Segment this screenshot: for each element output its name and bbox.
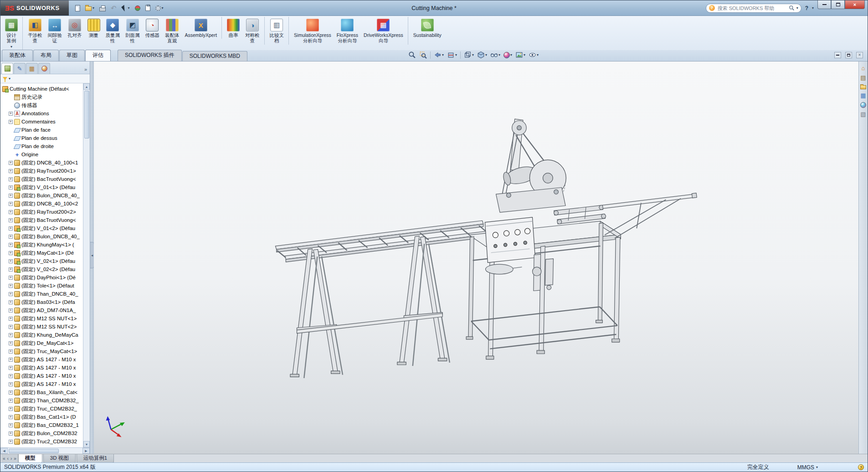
tree-item[interactable]: + (固定) AS 1427 - M10 x <box>0 364 82 372</box>
expand-toggle[interactable]: + <box>9 185 13 190</box>
print-button[interactable] <box>98 4 107 12</box>
tree-item[interactable]: + Commentaires <box>0 118 82 126</box>
expand-toggle[interactable]: + <box>9 333 13 337</box>
expand-toggle[interactable]: + <box>9 243 13 247</box>
tree-item[interactable]: + (固定) KhungMay<1> ( <box>0 241 82 249</box>
solidworks-resources-icon[interactable]: ⌂ <box>862 65 865 72</box>
custom-properties-icon[interactable]: ▧ <box>860 111 866 118</box>
display-style-button[interactable]: ▾ <box>476 51 488 59</box>
tab-propertymanager[interactable]: ✎ <box>14 63 26 74</box>
expand-toggle[interactable]: + <box>9 161 13 165</box>
doc-restore-button[interactable] <box>845 52 852 58</box>
close-button[interactable]: × <box>845 0 865 9</box>
expand-toggle[interactable]: + <box>9 169 13 173</box>
tree-item[interactable]: + (固定) M12 SS NUT<2> <box>0 323 82 331</box>
tree-item[interactable]: + (固定) Bas_Cat1<1> (D <box>0 413 82 421</box>
tree-item[interactable]: Origine <box>0 150 82 159</box>
tree-item[interactable]: + (固定) Than_CDM2B32_ <box>0 396 82 405</box>
previous-view-button[interactable]: ▾ <box>433 51 445 59</box>
expand-toggle[interactable]: + <box>9 374 13 378</box>
command-tab[interactable]: 草图 <box>59 50 85 61</box>
expand-toggle[interactable]: + <box>9 349 13 354</box>
expand-toggle[interactable]: + <box>9 284 13 288</box>
expand-toggle[interactable]: + <box>9 300 13 304</box>
apply-scene-button[interactable]: ▾ <box>514 51 526 59</box>
section-view-button[interactable]: ▾ <box>446 51 458 59</box>
new-document-button[interactable] <box>74 4 81 12</box>
tree-item[interactable]: + (固定) V_02<1> (Défau <box>0 257 82 265</box>
tree-item[interactable]: + (固定) AS 1427 - M10 x <box>0 355 82 364</box>
ribbon-button[interactable]: 传感器 ▾ <box>143 17 163 39</box>
ribbon-button[interactable]: 曲率 ▾ <box>224 17 242 39</box>
open-button[interactable]: ▾ <box>84 4 95 12</box>
tree-item[interactable]: Plan de face <box>0 126 82 134</box>
view-orientation-button[interactable]: ▾ <box>463 51 475 59</box>
tree-root-item[interactable]: Cutting Machine (Défaut< <box>0 85 82 93</box>
tree-item[interactable]: + (固定) BacTruotVuong< <box>0 216 82 224</box>
tree-item[interactable]: + (固定) Truc2_CDM2B32 <box>0 437 82 446</box>
search-box[interactable]: ? ▾ <box>706 4 801 13</box>
tree-item[interactable]: Plan de droite <box>0 142 82 150</box>
cutting-machine-model[interactable] <box>94 62 858 454</box>
edit-appearance-button[interactable]: ▾ <box>503 51 513 59</box>
tree-item[interactable]: + (固定) Bas_Xilanh_Cat< <box>0 388 82 396</box>
scroll-down-button[interactable]: ▼ <box>83 441 90 447</box>
ribbon-button[interactable]: 干涉检 查 ▾ <box>25 17 45 45</box>
tree-item[interactable]: + (固定) DNCB_40_100<2 <box>0 200 82 208</box>
undo-button[interactable]: ↶ <box>110 4 118 12</box>
graphics-area[interactable] <box>94 62 858 454</box>
tree-item[interactable]: + (固定) Truc_CDM2B32_ <box>0 405 82 413</box>
expand-toggle[interactable]: + <box>9 259 13 263</box>
ribbon-button[interactable]: DriveWorksXpress 向导 ▾ <box>361 17 408 45</box>
tree-item[interactable]: + (固定) AS 1427 - M10 x <box>0 380 82 388</box>
tree-item[interactable]: + (固定) V_01<2> (Défau <box>0 224 82 232</box>
ribbon-button[interactable]: 测量 ▾ <box>85 17 103 39</box>
hide-show-items-button[interactable]: ▾ <box>489 51 501 59</box>
search-icon[interactable] <box>789 5 795 11</box>
document-tab[interactable]: 3D 视图 <box>43 454 76 463</box>
tree-item[interactable]: + (固定) Bas_CDM2B32_1 <box>0 421 82 429</box>
expand-toggle[interactable]: + <box>9 292 13 296</box>
nav-next-button[interactable]: › <box>10 456 12 461</box>
tree-item[interactable]: + (固定) De_MayCat<1> <box>0 339 82 347</box>
expand-toggle[interactable]: + <box>9 210 13 214</box>
tree-item[interactable]: + (固定) V_02<2> (Défau <box>0 265 82 273</box>
ribbon-button[interactable]: FloXpress 分析向导 ▾ <box>334 17 361 45</box>
expand-toggle[interactable]: + <box>9 440 13 444</box>
document-tab[interactable]: 模型 <box>18 454 42 463</box>
expand-toggle[interactable]: + <box>9 382 13 386</box>
document-tab[interactable]: 运动算例1 <box>77 454 114 463</box>
help-button[interactable]: ? <box>805 5 808 11</box>
expand-toggle[interactable]: + <box>9 415 13 419</box>
horizontal-scroll-thumb[interactable] <box>9 449 59 453</box>
command-tab[interactable]: SOLIDWORKS 插件 <box>118 50 182 61</box>
search-input[interactable] <box>717 5 787 11</box>
rebuild-button[interactable] <box>134 5 141 12</box>
appearances-scenes-icon[interactable] <box>860 102 866 108</box>
design-library-icon[interactable]: ▤ <box>860 75 866 81</box>
tree-item[interactable]: + (固定) Bulon_DNCB_40_ <box>0 232 82 241</box>
panel-splitter[interactable]: ◂ <box>90 62 94 454</box>
file-properties-button[interactable] <box>144 4 151 12</box>
scroll-right-button[interactable]: ▶ <box>82 448 90 454</box>
ribbon-button[interactable]: Sustainability ▾ <box>411 17 444 39</box>
ribbon-button[interactable]: 对称检 查 ▾ <box>242 17 265 45</box>
expand-toggle[interactable]: + <box>9 177 13 181</box>
tree-item[interactable]: + (固定) Truc_MayCat<1> <box>0 347 82 355</box>
nav-last-button[interactable]: » <box>14 456 16 461</box>
tree-item[interactable]: + Annotations <box>0 109 82 118</box>
expand-toggle[interactable]: + <box>9 358 13 362</box>
expand-toggle[interactable]: + <box>9 366 13 370</box>
expand-toggle[interactable]: + <box>9 431 13 436</box>
expand-toggle[interactable]: + <box>9 112 13 116</box>
expand-toggle[interactable]: + <box>9 194 13 198</box>
expand-toggle[interactable]: + <box>9 407 13 411</box>
panel-tabs-overflow-button[interactable]: » <box>84 67 89 74</box>
tree-item[interactable]: + (固定) RayTruot200<2> <box>0 208 82 216</box>
expand-toggle[interactable]: + <box>9 317 13 321</box>
expand-toggle[interactable]: + <box>9 267 13 272</box>
nav-first-button[interactable]: « <box>3 456 5 461</box>
search-scope-caret-icon[interactable]: ▾ <box>796 6 798 10</box>
tree-item[interactable]: + (固定) Tole<1> (Défaut <box>0 282 82 290</box>
tab-configurationmanager[interactable]: ▦ <box>26 63 38 74</box>
